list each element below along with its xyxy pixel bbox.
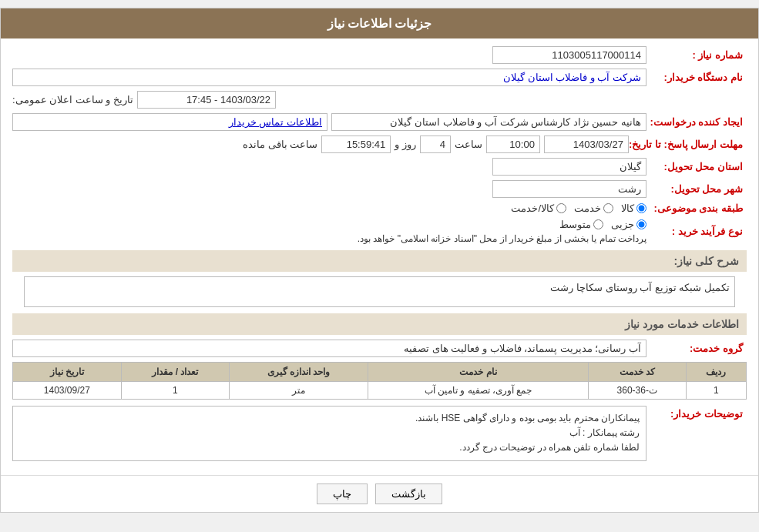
service-group-row: گروه خدمت: آب رسانی؛ مدیریت پسماند، فاضل… [12,340,747,357]
cell-kod: ت-36-360 [588,382,686,400]
mohlat-rooz: 4 [420,136,451,153]
contact-link[interactable]: اطلاعات تماس خریدار [12,113,327,131]
process-motavasset-label: متوسط [559,219,591,230]
process-jozi: جزیی [611,219,646,230]
shomara-label: شماره نیاز : [646,49,747,61]
shomara-value: 1103005117000114 [492,46,646,64]
notes-row: توضیحات خریدار: پیمانکاران محترم باید بو… [12,406,747,461]
creator-value: هانیه حسین نژاد کارشناس شرکت آب و فاضلاب… [331,113,646,131]
tabaqe-khedmat-radio[interactable] [603,203,613,213]
tabaqe-kala-radio[interactable] [636,203,646,213]
cell-name: جمع آوری، تصفیه و تامین آب [368,382,589,400]
page-title: جزئیات اطلاعات نیاز [1,8,758,38]
content-area: شماره نیاز : 1103005117000114 نام دستگاه… [1,38,758,475]
announce-row: 1403/03/22 - 17:45 تاریخ و ساعت اعلان عم… [12,91,747,109]
col-date: تاریخ نیاز [13,363,122,382]
tabaqe-label: طبقه بندی موضوعی: [646,202,747,214]
process-row: نوع فرآیند خرید : جزیی متوسط پرداخت تمام… [12,219,747,244]
ostan-row: استان محل تحویل: گیلان [12,158,747,176]
table-row: 1ت-36-360جمع آوری، تصفیه و تامین آبمتر11… [13,382,747,400]
process-jozi-radio[interactable] [636,219,646,229]
tabaqe-kala-khedmat: کالا/خدمت [511,202,566,214]
cell-date: 1403/09/27 [13,382,122,400]
col-count: تعداد / مقدار [121,363,230,382]
service-group-label: گروه خدمت: [646,343,747,354]
ostan-value: گیلان [492,158,646,176]
tabaqe-khedmat-label: خدمت [574,202,601,214]
process-jozi-label: جزیی [611,219,634,230]
tabaqe-row: طبقه بندی موضوعی: کالا خدمت کالا/خدمت [12,202,747,214]
shahr-label: شهر محل تحویل: [646,183,747,195]
col-kod: کد خدمت [588,363,686,382]
process-label: نوع فرآیند خرید : [646,226,747,237]
tabaqe-kala-khedmat-label: کالا/خدمت [511,202,554,214]
creator-label: ایجاد کننده درخواست: [646,116,747,128]
service-info-header: اطلاعات خدمات مورد نیاز [12,313,747,335]
col-radif: ردیف [686,363,746,382]
process-motavasset-radio[interactable] [593,219,603,229]
services-table: ردیف کد خدمت نام خدمت واحد اندازه گیری ت… [12,362,747,400]
shahr-value: رشت [492,180,646,198]
col-name: نام خدمت [368,363,589,382]
tabaqe-khedmat: خدمت [574,202,613,214]
mohlat-saat-label: ساعت [455,139,482,150]
mohlat-rooz-label: روز و [395,139,416,150]
cell-unit: متر [230,382,368,400]
notes-label: توضیحات خریدار: [646,406,747,420]
mohlat-date: 1403/03/27 [544,136,629,153]
back-button[interactable]: بازگشت [375,483,442,504]
mohlat-saat: 10:00 [486,136,540,153]
creator-row: ایجاد کننده درخواست: هانیه حسین نژاد کار… [12,113,747,131]
cell-radif: 1 [686,382,746,400]
notes-value: پیمانکاران محترم باید بومی بوده و دارای … [12,406,646,461]
shahr-row: شهر محل تحویل: رشت [12,180,747,198]
process-note: پرداخت تمام یا بخشی از مبلغ خریدار از مح… [358,233,646,244]
table-header-row: ردیف کد خدمت نام خدمت واحد اندازه گیری ت… [13,363,747,382]
tarikh-announce-label: تاریخ و ساعت اعلان عمومی: [12,94,133,105]
process-group: جزیی متوسط [559,219,646,230]
mohlat-remaining: 15:59:41 [321,136,391,153]
sharh-value: تکمیل شبکه توزیع آب روستای سکاچا رشت [24,276,735,307]
mohlat-remaining-label: ساعت باقی مانده [243,139,317,150]
tabaqe-kala: کالا [621,202,646,214]
tarikh-value: 1403/03/22 - 17:45 [137,91,276,109]
mohlat-row: مهلت ارسال پاسخ: تا تاریخ: 1403/03/27 10… [12,136,747,153]
col-unit: واحد اندازه گیری [230,363,368,382]
sharh-header: شرح کلی نیاز: [12,250,747,272]
sharh-content: تکمیل شبکه توزیع آب روستای سکاچا رشت [12,276,747,307]
shomara-row: شماره نیاز : 1103005117000114 [12,46,747,64]
bottom-buttons: بازگشت چاپ [1,475,758,512]
tabaqe-kala-label: کالا [621,202,634,214]
print-button[interactable]: چاپ [317,483,368,504]
tarikh-row: نام دستگاه خریدار: شرکت آب و فاضلاب استا… [12,69,747,86]
process-motavasset: متوسط [559,219,603,230]
tarikh-label: نام دستگاه خریدار: [646,72,747,83]
ostan-label: استان محل تحویل: [646,161,747,172]
service-group-value: آب رسانی؛ مدیریت پسماند، فاضلاب و فعالیت… [12,340,646,357]
nam-dastgah-value: شرکت آب و فاضلاب استان گیلان [12,69,646,86]
cell-count: 1 [121,382,230,400]
tabaqe-group: کالا خدمت کالا/خدمت [511,202,646,214]
mohlat-label: مهلت ارسال پاسخ: تا تاریخ: [629,139,747,150]
page-wrapper: جزئیات اطلاعات نیاز شماره نیاز : 1103005… [0,8,759,513]
sharh-section: شرح کلی نیاز: تکمیل شبکه توزیع آب روستای… [12,250,747,307]
tabaqe-kala-khedmat-radio[interactable] [556,203,566,213]
